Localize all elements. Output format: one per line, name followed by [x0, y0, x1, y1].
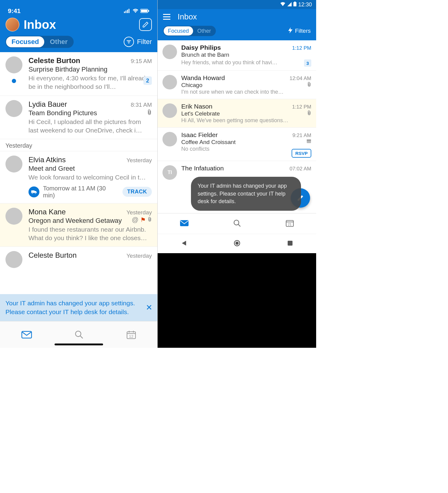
message-item[interactable]: Mona Kane Yesterday Oregon and Weekend G…: [0, 203, 157, 247]
svg-rect-5: [141, 10, 147, 12]
svg-rect-10: [31, 190, 35, 193]
svg-rect-6: [148, 10, 149, 12]
account-avatar[interactable]: [5, 18, 19, 32]
wifi-icon: [280, 2, 286, 8]
svg-rect-0: [124, 12, 125, 13]
banner-text: Your IT admin has changed your app setti…: [5, 300, 135, 315]
status-time: 9:41: [8, 7, 21, 15]
svg-line-15: [80, 336, 83, 338]
ios-outlook-screen: 9:41 Inbox Focused Other: [0, 0, 158, 348]
svg-rect-20: [293, 2, 296, 6]
ios-message-list[interactable]: Celeste Burton 9:15 AM Surprise Birthday…: [0, 52, 157, 272]
focused-other-toggle[interactable]: Focused Other: [163, 26, 216, 36]
tab-other[interactable]: Other: [193, 26, 215, 35]
message-item[interactable]: Wanda Howard 12:04 AM Chicago I'm not su…: [158, 71, 316, 99]
message-subject: Oregon and Weekend Getaway: [28, 217, 122, 225]
message-time: 9:15 AM: [131, 58, 152, 65]
message-time: Yesterday: [126, 253, 152, 259]
filters-button[interactable]: Filters: [288, 27, 311, 35]
cellular-icon: [287, 2, 292, 8]
message-item[interactable]: Celeste Burton 9:15 AM Surprise Birthday…: [0, 52, 157, 96]
sender-avatar: [162, 132, 177, 146]
event-time-label: Tomorrow at 11 AM (30 min): [43, 185, 119, 199]
svg-rect-1: [125, 11, 126, 13]
message-item[interactable]: Lydia Bauer 8:31 AM Team Bonding Picture…: [0, 96, 157, 139]
message-item[interactable]: Erik Nason 1:12 PM Let's Celebrate Hi Al…: [158, 99, 316, 128]
status-time: 12:30: [298, 2, 312, 8]
svg-rect-3: [129, 9, 129, 13]
message-time: 9:21 AM: [293, 132, 311, 139]
close-icon[interactable]: ✕: [146, 302, 152, 313]
cellular-icon: [124, 7, 131, 15]
flag-icon: ⚑: [140, 216, 146, 223]
sender-name: Celeste Burton: [28, 251, 77, 260]
svg-rect-21: [294, 2, 296, 2]
calendar-icon: [306, 139, 311, 146]
filter-icon: [124, 37, 134, 47]
tab-search[interactable]: [75, 330, 84, 339]
message-item[interactable]: Elvia Atkins Yesterday Meet and Greet We…: [0, 151, 157, 203]
toast-text: Your IT admin has changed your app setti…: [198, 183, 287, 204]
sender-avatar: [5, 100, 22, 117]
message-subject: Surprise Birthday Planning: [28, 65, 152, 73]
attachment-icon: [147, 109, 152, 116]
svg-point-25: [234, 220, 239, 225]
sender-name: Daisy Philips: [181, 44, 221, 51]
svg-point-12: [35, 193, 36, 194]
calendar-day: 12: [126, 334, 136, 339]
nav-mail[interactable]: [180, 220, 189, 228]
android-message-list[interactable]: Daisy Philips 1:12 PM Brunch at the Barn…: [158, 40, 316, 183]
svg-rect-23: [307, 139, 311, 141]
message-subject: Meet and Greet: [28, 165, 152, 173]
svg-rect-24: [180, 220, 189, 226]
focused-other-toggle[interactable]: Focused Other: [5, 36, 74, 48]
message-time: 8:31 AM: [131, 102, 152, 108]
message-preview: Hi Cecil, I uploaded all the pictures fr…: [28, 118, 152, 135]
message-time: Yesterday: [126, 157, 152, 164]
message-item[interactable]: Celeste Burton Yesterday: [0, 247, 157, 272]
sender-name: Erik Nason: [181, 103, 212, 110]
tab-mail[interactable]: [21, 331, 32, 339]
tab-focused[interactable]: Focused: [164, 26, 193, 35]
page-title: Inbox: [24, 18, 135, 32]
sender-name: Isaac Fielder: [181, 131, 218, 139]
nav-search[interactable]: [233, 219, 241, 228]
back-button[interactable]: [181, 240, 187, 248]
attachment-icon: [148, 216, 152, 223]
message-item[interactable]: Isaac Fielder 9:21 AM Coffee And Croissa…: [158, 128, 316, 161]
nav-calendar[interactable]: 21: [286, 219, 294, 228]
recents-button[interactable]: [287, 240, 293, 247]
ios-header: Inbox Focused Other Filter: [0, 15, 157, 52]
tab-calendar[interactable]: 12: [126, 330, 136, 339]
section-header-yesterday: Yesterday: [0, 139, 157, 151]
android-bottom-nav: 21: [158, 213, 316, 234]
compose-button[interactable]: [139, 18, 152, 31]
home-button[interactable]: [233, 240, 241, 248]
menu-button[interactable]: [163, 14, 170, 20]
svg-point-11: [32, 193, 33, 194]
tab-focused[interactable]: Focused: [6, 36, 44, 47]
message-preview: Hi All, We've been getting some question…: [181, 117, 311, 124]
battery-icon: [293, 2, 296, 8]
filter-button[interactable]: Filter: [124, 37, 152, 47]
sender-name: Elvia Atkins: [28, 156, 66, 164]
track-button[interactable]: TRACK: [122, 187, 152, 197]
home-indicator[interactable]: [55, 344, 103, 345]
svg-point-30: [236, 242, 238, 244]
tab-other[interactable]: Other: [44, 36, 73, 47]
message-time: 1:12 PM: [292, 45, 311, 51]
sender-name: Lydia Bauer: [28, 100, 67, 109]
message-item[interactable]: Daisy Philips 1:12 PM Brunch at the Barn…: [158, 40, 316, 71]
sender-name: Celeste Burton: [28, 56, 80, 65]
sender-avatar: [162, 103, 177, 118]
admin-banner: Your IT admin has changed your app setti…: [0, 294, 157, 321]
rsvp-button[interactable]: RSVP: [292, 149, 311, 158]
sender-name: Mona Kane: [28, 208, 66, 216]
message-preview: I'm not sure when we can check into the…: [181, 89, 311, 95]
message-subject: Team Bonding Pictures: [28, 109, 97, 117]
wifi-icon: [132, 7, 139, 15]
sender-name: Wanda Howard: [181, 74, 225, 82]
sender-name: The Infatuation: [181, 165, 224, 172]
message-subject: Brunch at the Barn: [181, 52, 311, 58]
svg-rect-2: [127, 10, 128, 13]
